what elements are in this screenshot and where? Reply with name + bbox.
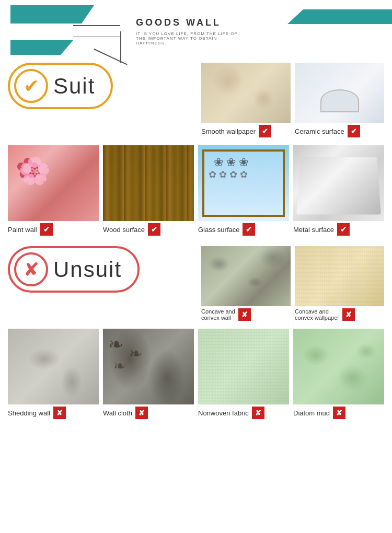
concave-wall-label: Concave andconvex wall ✘ <box>201 308 251 321</box>
suit-label: Suit <box>53 74 95 99</box>
unsuit-four-grid: Shedding wall ✘ ❧ ❧ ❧ Wall cloth ✘ <box>8 329 384 419</box>
concave-wallpaper-label: Concave andconvex wallpaper ✘ <box>295 308 355 321</box>
suit-badge-area: ✔ Suit <box>8 63 201 137</box>
glass-surface-label: Glass surface ✔ <box>198 223 255 236</box>
diatom-mud-text: Diatom mud <box>293 409 330 417</box>
ceramic-surface-status: ✔ <box>348 125 360 137</box>
metal-surface-label: Metal surface ✔ <box>293 223 350 236</box>
unsuit-badge-area: ✘ Unsuit <box>8 246 201 321</box>
v-line <box>120 31 121 63</box>
unsuit-icon-circle: ✘ <box>14 252 48 286</box>
list-item: Shedding wall ✘ <box>8 329 99 419</box>
suit-four-grid: ✿ ✿ Paint wall ✔ Wood surface ✔ <box>8 145 384 236</box>
diatom-mud-image <box>293 329 384 404</box>
unsuit-top-images: Concave andconvex wall ✘ Concave andconv… <box>201 246 384 321</box>
metal-surface-text: Metal surface <box>293 226 334 234</box>
suit-badge: ✔ Suit <box>8 63 113 109</box>
concave-wallpaper-status: ✘ <box>342 308 355 321</box>
list-item: Diatom mud ✘ <box>293 329 384 419</box>
teal-bottom-shape <box>10 40 73 55</box>
wall-cloth-label: Wall cloth ✘ <box>103 407 148 419</box>
wall-cloth-text: Wall cloth <box>103 409 132 417</box>
brand-info: GOODS WALL IT IS YOU LOVE LIFE, FROM THE… <box>136 17 240 46</box>
shedding-wall-status: ✘ <box>53 407 66 419</box>
header: GOODS WALL IT IS YOU LOVE LIFE, FROM THE… <box>0 0 392 63</box>
nonwoven-fabric-text: Nonwoven fabric <box>198 409 249 417</box>
suit-section: ✔ Suit Smooth wallpaper ✔ Ceramic <box>0 63 392 419</box>
wood-surface-image <box>103 145 194 221</box>
brand-name: GOODS WALL <box>136 17 240 29</box>
concave-wall-status: ✘ <box>238 308 251 321</box>
shedding-wall-label: Shedding wall ✘ <box>8 407 66 419</box>
concave-wall-image <box>201 246 291 306</box>
ceramic-surface-text: Ceramic surface <box>295 128 344 135</box>
wood-surface-status: ✔ <box>148 223 160 236</box>
paint-wall-text: Paint wall <box>8 226 37 234</box>
ceramic-surface-image <box>295 63 384 123</box>
list-item: Wood surface ✔ <box>103 145 194 236</box>
list-item: ✿ ✿ Paint wall ✔ <box>8 145 99 236</box>
unsuit-label: Unsuit <box>53 257 122 282</box>
suit-check-icon: ✔ <box>24 75 39 97</box>
ceramic-surface-label: Ceramic surface ✔ <box>295 125 360 137</box>
unsuit-top-area: ✘ Unsuit Concave andconvex wall ✘ <box>8 246 384 321</box>
nonwoven-fabric-image <box>198 329 289 404</box>
list-item: ❧ ❧ ❧ Wall cloth ✘ <box>103 329 194 419</box>
paint-wall-label: Paint wall ✔ <box>8 223 53 236</box>
suit-top-images: Smooth wallpaper ✔ Ceramic surface ✔ <box>201 63 384 137</box>
nonwoven-fabric-label: Nonwoven fabric ✘ <box>198 407 264 419</box>
list-item: Smooth wallpaper ✔ <box>201 63 291 137</box>
concave-wallpaper-text: Concave andconvex wallpaper <box>295 308 339 321</box>
smooth-wallpaper-status: ✔ <box>259 125 271 137</box>
unsuit-section: ✘ Unsuit Concave andconvex wall ✘ <box>8 246 384 419</box>
list-item: Metal surface ✔ <box>293 145 384 236</box>
list-item: Ceramic surface ✔ <box>295 63 384 137</box>
smooth-wallpaper-label: Smooth wallpaper ✔ <box>201 125 271 137</box>
brand-tagline: IT IS YOU LOVE LIFE, FROM THE LIFE OF TH… <box>136 31 240 45</box>
suit-top-area: ✔ Suit Smooth wallpaper ✔ Ceramic <box>8 63 384 137</box>
suit-icon-circle: ✔ <box>14 69 48 103</box>
list-item: ❀ ❀ ❀ ✿ ✿ ✿ ✿ Glass surface ✔ <box>198 145 289 236</box>
shedding-wall-image <box>8 329 99 404</box>
smooth-wallpaper-image <box>201 63 291 123</box>
nonwoven-fabric-status: ✘ <box>252 407 264 419</box>
wood-surface-text: Wood surface <box>103 226 145 234</box>
glass-surface-text: Glass surface <box>198 226 239 234</box>
header-line-decoration <box>73 20 120 42</box>
unsuit-x-icon: ✘ <box>24 259 39 281</box>
header-right-shape <box>287 9 392 24</box>
concave-wallpaper-image <box>295 246 384 306</box>
list-item: Concave andconvex wallpaper ✘ <box>295 246 384 321</box>
metal-surface-image <box>293 145 384 221</box>
wood-surface-label: Wood surface ✔ <box>103 223 160 236</box>
wall-cloth-status: ✘ <box>135 407 148 419</box>
glass-surface-status: ✔ <box>243 223 255 236</box>
paint-wall-image: ✿ ✿ <box>8 145 99 221</box>
paint-wall-status: ✔ <box>40 223 53 236</box>
list-item: Nonwoven fabric ✘ <box>198 329 289 419</box>
diag-line <box>94 49 128 65</box>
glass-surface-image: ❀ ❀ ❀ ✿ ✿ ✿ ✿ <box>198 145 289 221</box>
shedding-wall-text: Shedding wall <box>8 409 50 417</box>
diatom-mud-status: ✘ <box>333 407 345 419</box>
metal-surface-status: ✔ <box>337 223 350 236</box>
wall-cloth-image: ❧ ❧ ❧ <box>103 329 194 404</box>
h-line-bottom <box>73 37 120 38</box>
h-line-top <box>73 25 120 26</box>
diatom-mud-label: Diatom mud ✘ <box>293 407 345 419</box>
list-item: Concave andconvex wall ✘ <box>201 246 291 321</box>
smooth-wallpaper-text: Smooth wallpaper <box>201 128 256 135</box>
header-decoration <box>10 5 125 57</box>
unsuit-badge: ✘ Unsuit <box>8 246 140 293</box>
concave-wall-text: Concave andconvex wall <box>201 308 235 321</box>
